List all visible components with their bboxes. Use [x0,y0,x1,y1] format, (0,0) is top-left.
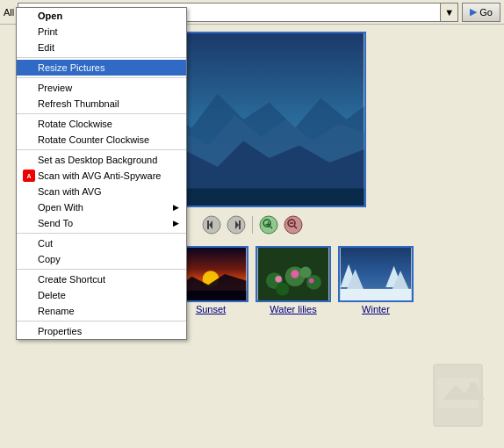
menu-item-open-label: Open [38,11,62,21]
svg-point-31 [300,267,312,278]
menu-item-send-to-label: Send To [38,218,73,228]
menu-item-properties[interactable]: Properties [17,323,186,339]
svg-rect-10 [239,220,241,229]
all-label: All [4,7,14,18]
svg-point-44 [469,382,478,391]
thumbnail-label-water-lilies: Water lilies [270,304,316,314]
context-menu: Open Print Edit Resize Pictures Preview … [16,7,187,340]
menu-item-scan-avg-anti[interactable]: A Scan with AVG Anti-Spyware [17,168,186,184]
menu-sep-5 [17,233,186,234]
menu-item-delete[interactable]: Delete [17,287,186,303]
menu-item-rotate-cw-label: Rotate Clockwise [38,119,112,129]
menu-item-open-with[interactable]: Open With ▶ [17,199,186,215]
watermark-icon [425,360,495,430]
menu-item-open[interactable]: Open [17,8,186,24]
go-arrow-icon: ▶ [470,6,477,18]
menu-item-resize[interactable]: Resize Pictures [17,60,186,76]
menu-item-rotate-ccw[interactable]: Rotate Counter Clockwise [17,132,186,148]
menu-item-refresh-thumb[interactable]: Refresh Thumbnail [17,96,186,112]
thumbnail-label-winter: Winter [362,304,390,314]
zoom-in-button[interactable]: + [258,214,279,235]
menu-item-copy-label: Copy [38,254,61,264]
menu-item-open-with-label: Open With [38,202,83,213]
next-next-button[interactable] [226,214,247,235]
svg-point-33 [275,276,282,283]
menu-item-properties-label: Properties [38,326,82,336]
menu-sep-7 [17,321,186,322]
thumbnail-water-lilies[interactable]: Water lilies [256,246,331,314]
menu-item-cut-label: Cut [38,238,53,249]
menu-item-rename-label: Rename [38,306,75,316]
menu-item-print-label: Print [38,26,58,37]
open-with-arrow-icon: ▶ [173,203,179,212]
svg-point-30 [276,282,289,295]
menu-item-scan-avg[interactable]: Scan with AVG [17,184,186,199]
nav-controls: + [201,214,304,235]
svg-point-15 [284,216,302,234]
go-label: Go [479,7,493,18]
menu-item-rename[interactable]: Rename [17,303,186,319]
zoom-out-button[interactable] [283,214,304,235]
menu-item-copy[interactable]: Copy [17,251,186,267]
menu-item-set-desktop[interactable]: Set as Desktop Background [17,152,186,168]
menu-item-refresh-thumb-label: Refresh Thumbnail [38,98,119,109]
menu-sep-1 [17,57,186,58]
menu-item-resize-label: Resize Pictures [38,62,104,73]
go-button[interactable]: ▶ Go [462,3,500,22]
thumbnail-img-winter [338,246,414,302]
menu-item-rotate-cw[interactable]: Rotate Clockwise [17,116,186,132]
avg-icon: A [22,169,36,183]
svg-point-34 [309,278,314,284]
prev-prev-button[interactable] [201,214,222,235]
menu-sep-4 [17,149,186,150]
menu-item-edit[interactable]: Edit [17,40,186,55]
chevron-down-icon: ▼ [444,7,454,18]
menu-item-create-shortcut-label: Create Shortcut [38,274,105,285]
thumbnail-winter[interactable]: Winter [338,246,414,314]
menu-item-send-to[interactable]: Send To ▶ [17,215,186,231]
menu-item-scan-avg-anti-label: Scan with AVG Anti-Spyware [38,170,161,181]
svg-rect-40 [341,289,412,300]
menu-item-scan-avg-label: Scan with AVG [38,186,102,197]
nav-divider-1 [252,216,253,234]
menu-item-delete-label: Delete [38,290,66,300]
menu-item-set-desktop-label: Set as Desktop Background [38,155,157,165]
menu-sep-6 [17,269,186,270]
menu-item-create-shortcut[interactable]: Create Shortcut [17,271,186,287]
address-dropdown[interactable]: ▼ [441,3,458,22]
menu-item-rotate-ccw-label: Rotate Counter Clockwise [38,134,149,145]
menu-item-cut[interactable]: Cut [17,235,186,251]
svg-point-32 [291,270,299,278]
menu-item-edit-label: Edit [38,42,54,53]
send-to-arrow-icon: ▶ [173,219,179,228]
menu-item-preview[interactable]: Preview [17,80,186,96]
thumbnail-img-water-lilies [256,246,331,302]
menu-item-print[interactable]: Print [17,24,186,40]
menu-sep-2 [17,77,186,78]
main-window: All Pictures ▼ ▶ Go [0,0,504,448]
menu-item-preview-label: Preview [38,83,72,93]
svg-rect-7 [207,220,209,229]
thumbnail-label-sunset: Sunset [196,304,226,314]
menu-sep-3 [17,113,186,114]
